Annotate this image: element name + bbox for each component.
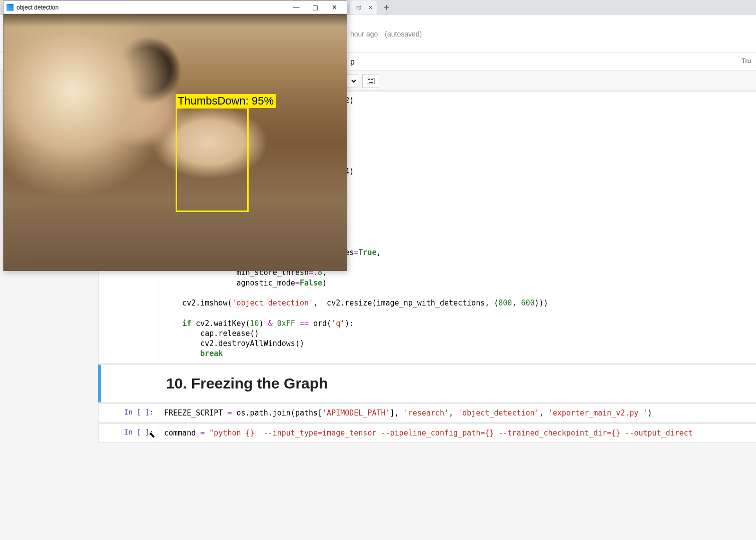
video-frame: ThumbsDown: 95% bbox=[4, 14, 347, 271]
svg-rect-4 bbox=[372, 79, 373, 80]
trusted-indicator[interactable]: Tru bbox=[741, 57, 751, 64]
app-icon bbox=[7, 4, 14, 11]
code-area[interactable]: command = "python {} --input_type=image_… bbox=[159, 424, 756, 442]
detection-label: ThumbsDown: 95% bbox=[176, 94, 276, 108]
autosaved-label: (autosaved) bbox=[385, 30, 422, 38]
new-tab-button[interactable]: + bbox=[380, 0, 394, 14]
svg-rect-2 bbox=[369, 79, 370, 80]
close-button[interactable]: ✕ bbox=[325, 2, 344, 13]
code-area[interactable]: FREEZE_SCRIPT = os.path.join(paths['APIM… bbox=[159, 404, 756, 422]
keyboard-icon bbox=[367, 78, 375, 84]
code-cell[interactable]: In [ ]: FREEZE_SCRIPT = os.path.join(pat… bbox=[98, 404, 756, 422]
window-title: object detection bbox=[17, 4, 287, 11]
section-heading: 10. Freezing the Graph bbox=[166, 375, 756, 392]
maximize-button[interactable]: ▢ bbox=[306, 2, 325, 13]
camera-image bbox=[4, 14, 347, 271]
minimize-button[interactable]: — bbox=[287, 2, 306, 13]
svg-rect-5 bbox=[369, 82, 373, 83]
heading-area: 10. Freezing the Graph bbox=[161, 365, 756, 402]
tab-close-icon[interactable]: × bbox=[368, 4, 372, 12]
svg-rect-1 bbox=[368, 79, 369, 80]
detection-box bbox=[176, 107, 249, 212]
cell-prompt: In [ ]: bbox=[99, 404, 159, 422]
window-titlebar[interactable]: object detection — ▢ ✕ bbox=[4, 1, 347, 14]
code-cell[interactable]: In [ ]: command = "python {} --input_typ… bbox=[98, 424, 756, 442]
opencv-window[interactable]: object detection — ▢ ✕ ThumbsDown: 95% bbox=[3, 0, 347, 270]
menu-item[interactable]: p bbox=[350, 58, 355, 66]
svg-rect-3 bbox=[371, 79, 372, 80]
tab-title: rd bbox=[356, 4, 362, 11]
cell-prompt bbox=[101, 365, 161, 402]
browser-tab[interactable]: rd × bbox=[350, 0, 377, 14]
cell-prompt: In [ ]: bbox=[99, 424, 159, 442]
checkpoint-time: hour ago bbox=[350, 30, 378, 38]
svg-rect-0 bbox=[367, 78, 375, 84]
markdown-cell[interactable]: 10. Freezing the Graph bbox=[98, 364, 756, 402]
command-palette-button[interactable] bbox=[362, 74, 379, 88]
